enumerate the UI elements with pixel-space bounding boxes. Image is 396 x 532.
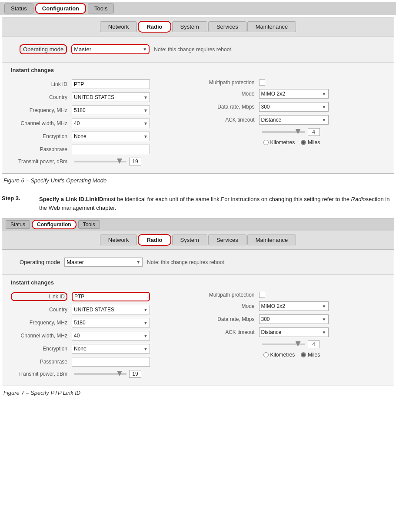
transmit-slider-thumb-icon-2 [117, 371, 122, 376]
step-3-title: Specify a Link ID.LinkID [39, 196, 103, 202]
radio-miles-circle-icon [301, 140, 306, 145]
datarate-arrow-icon-2: ▼ [322, 317, 326, 322]
ack-select[interactable]: Distance ▼ [259, 115, 329, 125]
ack-label: ACK timeout [198, 117, 255, 123]
passphrase-input[interactable] [72, 145, 150, 154]
mode-select[interactable]: MIMO 2x2 ▼ [259, 89, 329, 99]
nav-tab-configuration-2[interactable]: Configuration [32, 220, 77, 229]
sub-nav-2: Network Radio System Services Maintenanc… [2, 231, 394, 250]
figure-2-caption: Figure 7 – Specify PTP Link ID [2, 390, 394, 396]
ack-select-2[interactable]: Distance ▼ [259, 327, 329, 337]
sub-tab-radio[interactable]: Radio [138, 21, 171, 33]
channel-width-arrow-icon-2: ▼ [143, 334, 148, 338]
ack-arrow-icon: ▼ [322, 118, 326, 122]
nav-tab-status-2[interactable]: Status [6, 220, 30, 229]
sub-tab-radio-2[interactable]: Radio [138, 234, 171, 246]
sub-tab-network-2[interactable]: Network [100, 235, 137, 245]
field-row-distance-slider-2: 4 [198, 340, 386, 348]
instant-changes-section-2: Instant changes Link ID Country UNITED S… [2, 275, 394, 386]
radio-options-row: Kilometres Miles [198, 139, 386, 145]
radio-miles[interactable]: Miles [301, 139, 320, 145]
step-3-italic: Radio [351, 196, 366, 202]
country-select-2[interactable]: UNITED STATES ▼ [72, 305, 150, 314]
distance-slider-value-2: 4 [308, 340, 320, 348]
step-3-content: Specify a Link ID.LinkIDmust be identica… [39, 195, 394, 212]
instant-changes-title: Instant changes [11, 67, 385, 73]
encryption-label: Encryption [11, 133, 67, 139]
sub-tab-services[interactable]: Services [208, 21, 246, 32]
radio-kilometres[interactable]: Kilometres [263, 139, 295, 145]
distance-slider[interactable] [262, 131, 305, 133]
distance-slider-value: 4 [308, 128, 320, 136]
sub-tab-system[interactable]: System [172, 21, 207, 32]
country-select[interactable]: UNITED STATES ▼ [72, 93, 150, 102]
fields-grid-2: Link ID Country UNITED STATES ▼ Frequenc… [11, 292, 385, 381]
datarate-select[interactable]: 300 ▼ [259, 102, 329, 112]
sub-nav-1: Network Radio System Services Maintenanc… [2, 17, 394, 36]
operating-mode-note-2: Note: this change requires reboot. [147, 259, 226, 265]
operating-mode-select-2[interactable]: Master ▼ [64, 258, 143, 267]
nav-tab-tools-2[interactable]: Tools [78, 220, 100, 229]
encryption-arrow-icon: ▼ [143, 134, 148, 139]
fields-grid: Link ID Country UNITED STATES ▼ Frequenc… [11, 79, 385, 169]
sub-tab-maintenance-2[interactable]: Maintenance [247, 235, 296, 245]
channel-width-label: Channel width, MHz [11, 120, 67, 126]
operating-mode-label-2: Operating mode [20, 259, 60, 265]
nav-tab-status[interactable]: Status [4, 3, 33, 13]
transmit-value-2: 19 [129, 370, 141, 378]
transmit-value: 19 [129, 158, 141, 165]
frequency-arrow-icon: ▼ [143, 108, 148, 113]
encryption-select-2[interactable]: None ▼ [72, 344, 150, 354]
country-arrow-icon-2: ▼ [143, 307, 148, 312]
transmit-label-2: Transmit power, dBm [11, 371, 67, 377]
field-row-ack: ACK timeout Distance ▼ [198, 115, 386, 125]
operating-mode-select[interactable]: Master ▼ [71, 44, 150, 54]
passphrase-input-2[interactable] [72, 357, 150, 367]
radio-kilometres-2[interactable]: Kilometres [263, 352, 295, 358]
link-id-input[interactable] [72, 79, 150, 89]
field-row-linkid-2: Link ID [11, 292, 198, 301]
sub-tab-system-2[interactable]: System [172, 235, 207, 245]
sub-tab-network[interactable]: Network [100, 21, 137, 32]
transmit-slider-2[interactable] [74, 373, 126, 375]
encryption-select[interactable]: None ▼ [72, 132, 150, 141]
field-row-ack-2: ACK timeout Distance ▼ [198, 327, 386, 337]
top-nav-bar-2: Status Configuration Tools [2, 218, 394, 231]
field-row-channel-width: Channel width, MHz 40 ▼ [11, 119, 198, 128]
field-row-frequency-2: Frequency, MHz 5180 ▼ [11, 318, 198, 327]
multipath-label: Multipath protection [198, 79, 255, 86]
mode-select-2[interactable]: MIMO 2x2 ▼ [259, 301, 329, 311]
field-row-linkid: Link ID [11, 79, 198, 89]
operating-mode-note: Note: this change requires reboot. [154, 46, 233, 53]
field-row-mode-2: Mode MIMO 2x2 ▼ [198, 301, 386, 311]
field-row-datarate: Data rate, Mbps 300 ▼ [198, 102, 386, 112]
mode-arrow-icon: ▼ [322, 92, 326, 96]
country-arrow-icon: ▼ [143, 95, 148, 100]
distance-slider-2[interactable] [262, 344, 305, 345]
channel-width-select-2[interactable]: 40 ▼ [72, 331, 150, 340]
nav-tab-configuration[interactable]: Configuration [35, 3, 86, 14]
multipath-checkbox-2[interactable] [259, 292, 265, 298]
multipath-checkbox[interactable] [259, 79, 265, 86]
instant-changes-section: Instant changes Link ID Country UNITED S… [2, 63, 394, 173]
figure-1-caption: Figure 6 – Specify Unit's Operating Mode [2, 177, 394, 184]
frequency-select[interactable]: 5180 ▼ [72, 106, 150, 115]
frequency-arrow-icon-2: ▼ [143, 321, 148, 325]
frequency-select-2[interactable]: 5180 ▼ [72, 318, 150, 327]
passphrase-label: Passphrase [11, 146, 67, 152]
multipath-label-2: Multipath protection [198, 292, 255, 298]
instant-changes-title-2: Instant changes [11, 279, 385, 286]
sub-tab-services-2[interactable]: Services [208, 235, 246, 245]
link-id-input-2[interactable] [72, 292, 150, 301]
right-fields: Multipath protection Mode MIMO 2x2 ▼ Dat… [198, 79, 386, 169]
nav-tab-tools[interactable]: Tools [88, 3, 114, 13]
datarate-select-2[interactable]: 300 ▼ [259, 314, 329, 324]
encryption-label-2: Encryption [11, 346, 67, 352]
channel-width-arrow-icon: ▼ [143, 121, 148, 126]
transmit-slider[interactable] [74, 161, 126, 162]
radio-miles-2[interactable]: Miles [301, 352, 320, 358]
link-id-label-2: Link ID [11, 292, 67, 301]
sub-tab-maintenance[interactable]: Maintenance [247, 21, 296, 32]
channel-width-select[interactable]: 40 ▼ [72, 119, 150, 128]
radio-options-row-2: Kilometres Miles [198, 352, 386, 358]
